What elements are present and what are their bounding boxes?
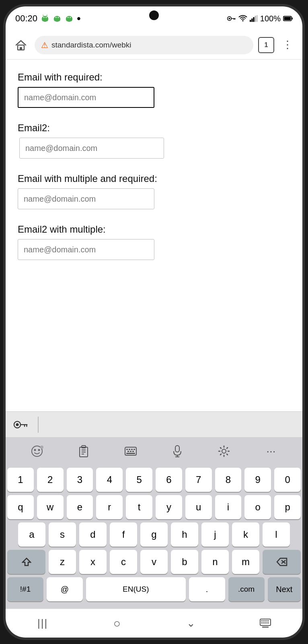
key-y[interactable]: y bbox=[156, 495, 182, 519]
shift-key[interactable] bbox=[7, 550, 45, 574]
keyboard-icon bbox=[259, 618, 271, 629]
svg-point-37 bbox=[39, 450, 40, 451]
svg-rect-11 bbox=[66, 18, 72, 21]
tab-button[interactable]: 1 bbox=[258, 37, 274, 53]
key-4[interactable]: 4 bbox=[96, 468, 123, 492]
svg-point-19 bbox=[242, 20, 243, 21]
down-chevron-icon: ⌄ bbox=[187, 617, 195, 630]
settings-button[interactable] bbox=[212, 441, 236, 462]
key-u[interactable]: u bbox=[185, 495, 212, 519]
key-i[interactable]: i bbox=[215, 495, 242, 519]
key-g[interactable]: g bbox=[140, 522, 168, 547]
at-key[interactable]: @ bbox=[47, 577, 83, 601]
period-key[interactable]: . bbox=[189, 577, 225, 601]
key-9[interactable]: 9 bbox=[244, 468, 271, 492]
dotcom-key[interactable]: .com bbox=[228, 577, 265, 601]
tab-count: 1 bbox=[265, 41, 268, 49]
key-a[interactable]: a bbox=[18, 522, 45, 547]
key-0[interactable]: 0 bbox=[274, 468, 301, 492]
key-q[interactable]: q bbox=[7, 495, 34, 519]
key-z[interactable]: z bbox=[49, 550, 76, 574]
phone-frame: 00:20 • 100% ⚠ standardist bbox=[3, 4, 305, 640]
key-6[interactable]: 6 bbox=[156, 468, 182, 492]
svg-rect-45 bbox=[126, 449, 128, 450]
key-2[interactable]: 2 bbox=[37, 468, 64, 492]
key-l[interactable]: l bbox=[263, 522, 290, 547]
key-m[interactable]: m bbox=[232, 550, 259, 574]
mic-button[interactable] bbox=[165, 441, 189, 462]
key-n[interactable]: n bbox=[201, 550, 229, 574]
field4-input[interactable] bbox=[18, 239, 154, 260]
status-right: 100% bbox=[227, 14, 293, 23]
key-5[interactable]: 5 bbox=[126, 468, 152, 492]
browser-bar: ⚠ standardista.com/webki 1 ⋮ bbox=[6, 31, 302, 60]
svg-rect-29 bbox=[20, 47, 22, 50]
svg-rect-46 bbox=[129, 449, 130, 450]
home-nav-button[interactable]: ○ bbox=[101, 617, 133, 630]
key-3[interactable]: 3 bbox=[67, 468, 93, 492]
svg-point-13 bbox=[70, 17, 71, 18]
svg-rect-63 bbox=[267, 620, 269, 621]
status-time: 00:20 bbox=[15, 13, 37, 24]
status-left: 00:20 • bbox=[15, 12, 81, 25]
key-o[interactable]: o bbox=[244, 495, 271, 519]
field1-input[interactable] bbox=[18, 87, 154, 108]
key-r[interactable]: r bbox=[96, 495, 123, 519]
svg-point-2 bbox=[43, 17, 45, 18]
key-j[interactable]: j bbox=[201, 522, 229, 547]
backspace-key[interactable] bbox=[263, 550, 301, 574]
key-v[interactable]: v bbox=[140, 550, 168, 574]
battery-percent: 100% bbox=[260, 14, 281, 23]
svg-rect-23 bbox=[255, 16, 256, 22]
svg-point-38 bbox=[40, 446, 43, 449]
menu-button[interactable]: ⋮ bbox=[279, 39, 296, 51]
url-text: standardista.com/webki bbox=[51, 41, 247, 50]
key-t[interactable]: t bbox=[126, 495, 152, 519]
field2-input[interactable] bbox=[19, 138, 164, 159]
svg-point-15 bbox=[228, 18, 230, 19]
vpn-key-large-icon bbox=[14, 420, 28, 429]
key-b[interactable]: b bbox=[171, 550, 198, 574]
svg-rect-24 bbox=[257, 15, 258, 22]
key-p[interactable]: p bbox=[274, 495, 301, 519]
next-key[interactable]: Next bbox=[268, 577, 301, 601]
key-7[interactable]: 7 bbox=[185, 468, 212, 492]
wifi-icon bbox=[238, 15, 247, 22]
home-nav-icon: ○ bbox=[113, 617, 121, 630]
key-h[interactable]: h bbox=[171, 522, 198, 547]
keyboard[interactable]: 1 2 3 4 5 6 7 8 9 0 q w e r t y u i o p … bbox=[6, 465, 302, 609]
key-f[interactable]: f bbox=[110, 522, 137, 547]
signal-icon bbox=[250, 15, 258, 22]
svg-rect-27 bbox=[292, 18, 293, 20]
camera-notch bbox=[149, 10, 159, 20]
key-c[interactable]: c bbox=[110, 550, 137, 574]
field3-input[interactable] bbox=[18, 188, 154, 209]
key-x[interactable]: x bbox=[79, 550, 107, 574]
home-button[interactable] bbox=[12, 36, 30, 54]
clipboard-icon bbox=[78, 445, 89, 458]
keyboard-layout-icon bbox=[124, 446, 137, 457]
key-e[interactable]: e bbox=[67, 495, 93, 519]
svg-rect-47 bbox=[131, 449, 133, 450]
keyboard-hide-button[interactable] bbox=[249, 618, 281, 629]
field4-label: Email2 with multiple: bbox=[18, 224, 290, 235]
key-k[interactable]: k bbox=[232, 522, 259, 547]
keyboard-layout-button[interactable] bbox=[119, 441, 143, 462]
special-key[interactable]: !#1 bbox=[7, 577, 43, 601]
url-bar[interactable]: ⚠ standardista.com/webki bbox=[35, 36, 253, 54]
bottom-nav: ||| ○ ⌄ bbox=[6, 609, 302, 638]
key-d[interactable]: d bbox=[79, 522, 107, 547]
emoji-button[interactable] bbox=[25, 441, 49, 462]
back-nav-button[interactable]: ||| bbox=[27, 617, 59, 630]
key-w[interactable]: w bbox=[37, 495, 64, 519]
space-key[interactable]: EN(US) bbox=[86, 577, 186, 601]
svg-rect-49 bbox=[127, 451, 129, 452]
bottom-row: !#1 @ EN(US) . .com Next bbox=[7, 577, 301, 601]
emoji-icon bbox=[31, 445, 43, 458]
clipboard-button[interactable] bbox=[72, 441, 96, 462]
key-8[interactable]: 8 bbox=[215, 468, 242, 492]
key-1[interactable]: 1 bbox=[7, 468, 34, 492]
recents-nav-button[interactable]: ⌄ bbox=[175, 617, 207, 630]
key-s[interactable]: s bbox=[49, 522, 76, 547]
more-button[interactable]: ··· bbox=[259, 441, 283, 462]
